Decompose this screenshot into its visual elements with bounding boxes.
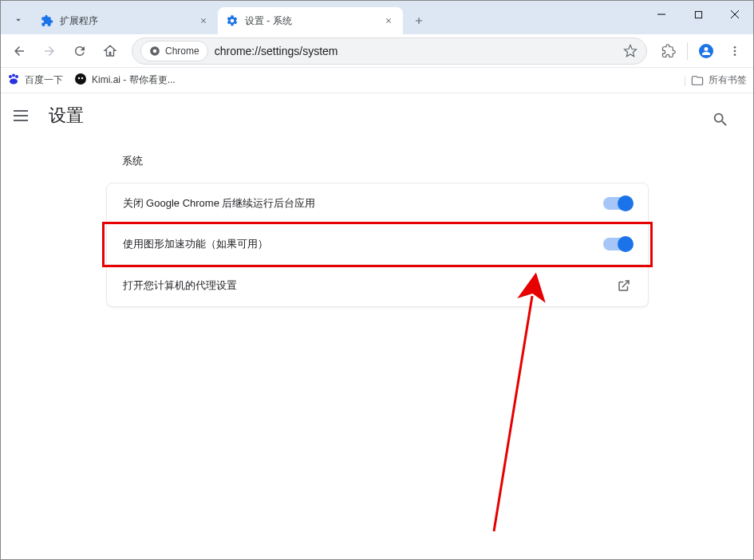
nav-back-button[interactable] [6, 37, 33, 65]
row-hardware-acceleration[interactable]: 使用图形加速功能（如果可用） [105, 224, 650, 265]
row-proxy-settings[interactable]: 打开您计算机的代理设置 [107, 265, 648, 306]
window-maximize-button[interactable] [680, 1, 716, 28]
settings-menu-button[interactable] [14, 106, 33, 125]
nav-forward-button[interactable] [36, 37, 63, 65]
window-minimize-button[interactable] [643, 1, 680, 28]
browser-toolbar: Chrome chrome://settings/system [1, 34, 753, 68]
svg-point-4 [734, 46, 736, 49]
section-label-system: 系统 [122, 154, 649, 168]
toolbar-divider [687, 42, 688, 60]
nav-reload-button[interactable] [66, 37, 93, 65]
toolbar-right [655, 37, 748, 65]
star-icon [623, 44, 638, 58]
browser-menu-button[interactable] [721, 37, 748, 65]
chevron-down-icon [13, 14, 24, 26]
window-close-button[interactable] [716, 1, 753, 28]
row-label: 打开您计算机的代理设置 [123, 278, 237, 293]
site-chip-label: Chrome [165, 45, 199, 57]
row-background-apps[interactable]: 关闭 Google Chrome 后继续运行后台应用 [107, 183, 648, 224]
bookmark-star-button[interactable] [622, 43, 638, 59]
svg-point-11 [75, 73, 86, 85]
bookmark-baidu[interactable]: 百度一下 [7, 73, 63, 88]
svg-line-14 [494, 296, 532, 531]
tab-extensions[interactable]: 扩展程序 [33, 7, 218, 34]
maximize-icon [694, 10, 703, 19]
kimi-icon [74, 73, 87, 88]
address-bar[interactable]: Chrome chrome://settings/system [132, 37, 647, 65]
profile-button[interactable] [693, 37, 720, 65]
bookmarks-bar: 百度一下 Kimi.ai - 帮你看更... | 所有书签 [1, 68, 753, 93]
toggle-hardware-acceleration[interactable] [603, 238, 632, 250]
toggle-background-apps[interactable] [603, 197, 632, 210]
minimize-icon [657, 10, 666, 19]
svg-point-7 [9, 75, 12, 78]
system-settings-card: 关闭 Google Chrome 后继续运行后台应用 使用图形加速功能（如果可用… [106, 183, 649, 307]
chrome-logo-icon [149, 45, 160, 57]
kebab-icon [728, 45, 741, 57]
settings-header: 设置 [1, 93, 753, 138]
arrow-left-icon [12, 44, 26, 58]
close-icon [199, 17, 207, 25]
plus-icon [413, 15, 424, 26]
close-icon [385, 17, 393, 25]
bookmark-kimi[interactable]: Kimi.ai - 帮你看更... [74, 73, 176, 88]
tab-title: 设置 - 系统 [245, 14, 376, 28]
svg-point-12 [78, 77, 80, 79]
titlebar: 扩展程序 设置 - 系统 [1, 1, 753, 34]
avatar-icon [699, 44, 713, 58]
bookmarks-divider: | [684, 75, 686, 86]
page-title: 设置 [49, 104, 84, 128]
hamburger-icon [14, 110, 28, 112]
new-tab-button[interactable] [408, 10, 430, 32]
baidu-icon [7, 73, 20, 88]
puzzle-icon [41, 14, 53, 27]
row-label: 关闭 Google Chrome 后继续运行后台应用 [123, 196, 316, 211]
svg-point-13 [81, 77, 83, 79]
url-text: chrome://settings/system [215, 45, 616, 57]
tab-close-button[interactable] [197, 14, 210, 27]
search-icon [712, 111, 729, 128]
tab-settings-system[interactable]: 设置 - 系统 [218, 7, 403, 34]
svg-point-9 [15, 75, 18, 78]
row-label: 使用图形加速功能（如果可用） [123, 237, 268, 251]
svg-point-8 [12, 74, 15, 77]
home-icon [103, 44, 117, 58]
svg-rect-1 [695, 11, 701, 18]
settings-content: 系统 关闭 Google Chrome 后继续运行后台应用 使用图形加速功能（如… [1, 138, 753, 307]
svg-point-3 [153, 49, 157, 53]
extensions-button[interactable] [655, 37, 682, 65]
tab-close-button[interactable] [382, 14, 395, 27]
window-controls [643, 1, 753, 28]
gear-icon [226, 14, 239, 27]
settings-search-button[interactable] [707, 106, 734, 133]
close-icon [730, 10, 740, 19]
external-link-icon [616, 278, 632, 294]
tab-search-dropdown[interactable] [4, 6, 33, 34]
bookmark-label: Kimi.ai - 帮你看更... [92, 73, 176, 87]
puzzle-icon [661, 44, 676, 58]
bookmark-label: 百度一下 [25, 73, 63, 87]
arrow-right-icon [42, 44, 57, 58]
reload-icon [73, 44, 87, 58]
all-bookmarks-button[interactable]: 所有书签 [691, 73, 747, 87]
all-bookmarks-label: 所有书签 [709, 73, 747, 87]
svg-point-10 [10, 79, 18, 85]
svg-rect-0 [657, 14, 665, 15]
svg-point-6 [734, 53, 736, 56]
folder-icon [691, 74, 704, 87]
site-chip[interactable]: Chrome [140, 41, 208, 61]
tab-title: 扩展程序 [60, 14, 191, 28]
nav-home-button[interactable] [97, 37, 124, 65]
svg-point-5 [734, 49, 736, 52]
